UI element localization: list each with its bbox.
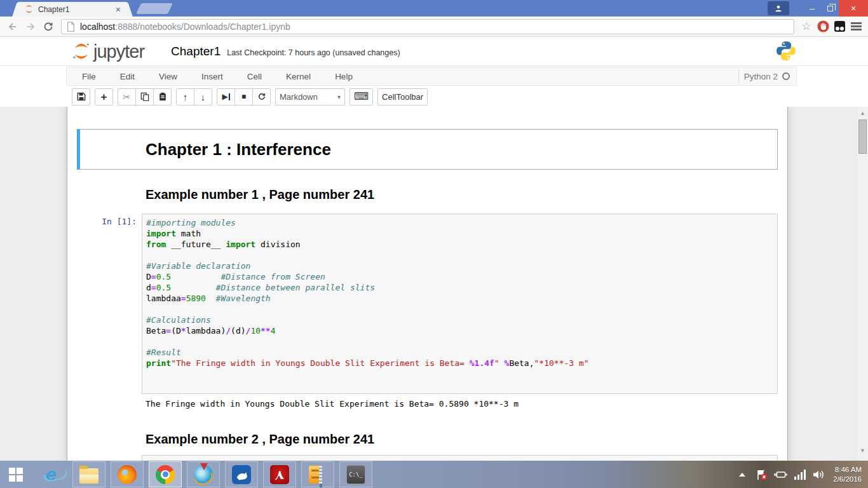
move-up-icon: ↑ — [183, 92, 188, 102]
output-area: The Fringe width in Youngs Double Slit E… — [77, 399, 778, 409]
forward-button[interactable] — [22, 18, 39, 35]
output-text: The Fringe width in Youngs Double Slit E… — [142, 399, 519, 409]
adblock-extension-button[interactable] — [815, 18, 831, 35]
extension-button[interactable] — [831, 18, 848, 35]
file-explorer-icon — [79, 468, 98, 484]
menu-help[interactable]: Help — [327, 72, 361, 81]
url-text[interactable]: localhost:8888/notebooks/Downloads/Chapt… — [80, 22, 290, 32]
jupyter-logo-text: jupyter — [93, 42, 144, 61]
close-button[interactable]: × — [839, 0, 868, 17]
browser-tab[interactable]: Chapter1 × — [19, 2, 126, 17]
notebook-title[interactable]: Chapter1 — [171, 44, 220, 58]
stop-icon: ■ — [241, 93, 246, 100]
save-button[interactable] — [72, 88, 90, 105]
back-icon — [7, 21, 18, 32]
run-icon: ▶ — [222, 93, 229, 100]
volume-speaker-icon[interactable] — [812, 469, 825, 480]
scrollbar-up-icon[interactable]: ▲ — [857, 108, 868, 118]
move-cell-up-button[interactable]: ↑ — [176, 88, 194, 105]
code-cell-partial[interactable] — [77, 455, 778, 461]
action-center-flag-icon[interactable] — [756, 468, 768, 481]
run-cell-button[interactable]: ▶ — [217, 88, 235, 105]
add-cell-button[interactable]: + — [95, 88, 113, 105]
paste-cell-button[interactable] — [153, 88, 172, 105]
new-tab-button[interactable] — [136, 3, 173, 14]
scrollbar-down-icon[interactable]: ▼ — [857, 445, 868, 456]
tab-close-icon[interactable]: × — [116, 4, 121, 15]
jupyter-header: jupyter Chapter1 Last Checkpoint: 7 hour… — [0, 37, 868, 66]
taskbar-command-prompt[interactable]: C:\_ — [339, 461, 372, 487]
taskbar-clock[interactable]: 8:46 AM 2/6/2016 — [833, 465, 862, 484]
markdown-cell-example2[interactable]: Example number 2 , Page number 241 — [77, 432, 778, 447]
chrome-icon — [156, 465, 175, 484]
system-tray: 8:46 AM 2/6/2016 — [739, 461, 868, 488]
minimize-button[interactable]: – — [803, 0, 821, 17]
menu-view[interactable]: View — [151, 72, 186, 81]
clock-date: 2/6/2016 — [833, 475, 862, 484]
menu-cell[interactable]: Cell — [239, 72, 270, 81]
notebook-toolbar: + ✂ ↑ ↓ ▶ ■ — [0, 86, 868, 107]
taskbar-globe-app[interactable] — [187, 461, 220, 487]
taskbar-winzip[interactable] — [301, 461, 334, 487]
taskbar-firefox[interactable] — [111, 461, 144, 487]
command-palette-button[interactable]: ⌨ — [349, 88, 373, 105]
taskbar-file-explorer[interactable] — [72, 461, 105, 487]
scrollbar[interactable]: ▲ ▼ — [857, 107, 868, 461]
example1-heading: Example number 1 , Page number 241 — [142, 187, 374, 202]
notebook-heading1: Chapter 1 : Interference — [142, 140, 331, 159]
taskbar-acrobat[interactable] — [263, 461, 296, 487]
menu-insert[interactable]: Insert — [193, 72, 231, 81]
globe-app-icon — [194, 465, 213, 484]
menu-file[interactable]: File — [74, 72, 104, 81]
scrollbar-thumb[interactable] — [858, 119, 867, 154]
jupyter-logo[interactable]: jupyter — [72, 42, 144, 61]
refresh-button[interactable] — [39, 18, 57, 35]
star-icon: ☆ — [801, 20, 811, 33]
winzip-icon — [308, 465, 327, 484]
menu-edit[interactable]: Edit — [112, 72, 143, 81]
page-icon — [67, 22, 75, 32]
keyboard-icon: ⌨ — [354, 92, 369, 102]
celltoolbar-label: CellToolbar — [382, 92, 423, 102]
taskbar-chrome[interactable] — [149, 461, 182, 487]
screen: Chapter1 × – × — [0, 0, 868, 488]
code-cell[interactable]: In [1]: #importing modulesimport mathfro… — [77, 214, 778, 394]
code-input-area-partial[interactable] — [142, 455, 778, 461]
menubar: File Edit View Insert Cell Kernel Help P… — [66, 67, 797, 86]
code-input-area[interactable]: #importing modulesimport mathfrom __futu… — [142, 214, 778, 394]
browser-menu-button[interactable] — [848, 18, 864, 35]
clock-time: 8:46 AM — [833, 465, 862, 475]
copy-icon — [140, 92, 149, 101]
restore-button[interactable] — [821, 0, 839, 17]
copy-cell-button[interactable] — [135, 88, 154, 105]
menu-kernel[interactable]: Kernel — [278, 72, 319, 81]
network-signal-icon[interactable] — [794, 469, 806, 480]
stop-kernel-button[interactable]: ■ — [234, 88, 253, 105]
jupyter-logo-icon — [72, 42, 91, 61]
restart-kernel-button[interactable] — [252, 88, 271, 105]
hidden-icons-arrow-icon[interactable] — [739, 473, 745, 477]
celltoolbar-button[interactable]: CellToolbar — [377, 88, 428, 105]
jupyter-favicon — [24, 4, 34, 14]
refresh-icon — [43, 21, 54, 32]
taskbar-internet-explorer[interactable]: e — [34, 461, 67, 487]
taskbar: e C:\_ — [0, 461, 868, 488]
markdown-cell-selected[interactable]: Chapter 1 : Interference — [77, 129, 778, 170]
power-plug-icon[interactable] — [774, 468, 788, 481]
bookmark-button[interactable]: ☆ — [798, 18, 815, 35]
move-cell-down-button[interactable]: ↓ — [194, 88, 212, 105]
vuze-frog-icon — [232, 465, 251, 484]
internet-explorer-icon: e — [46, 465, 57, 484]
cut-cell-button[interactable]: ✂ — [118, 88, 136, 105]
start-button[interactable] — [0, 461, 32, 488]
back-button[interactable] — [4, 18, 22, 35]
cell-type-dropdown[interactable]: Markdown ▾ — [275, 88, 345, 105]
notebook-container: Chapter 1 : Interference Example number … — [67, 107, 788, 461]
url-bar[interactable]: localhost:8888/notebooks/Downloads/Chapt… — [61, 19, 794, 34]
markdown-cell-example1[interactable]: Example number 1 , Page number 241 — [77, 187, 778, 202]
firefox-icon — [118, 465, 137, 484]
taskbar-vuze[interactable] — [225, 461, 258, 487]
profile-button[interactable] — [768, 1, 789, 15]
cell-type-value: Markdown — [280, 92, 318, 102]
command-prompt-icon: C:\_ — [346, 465, 365, 484]
